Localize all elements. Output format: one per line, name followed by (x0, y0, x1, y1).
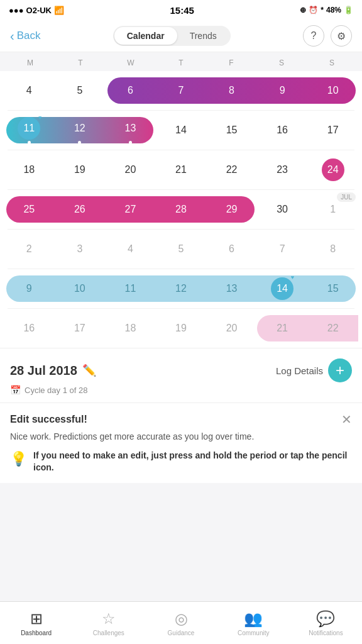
day-cell[interactable]: 18 (4, 150, 55, 189)
day-cell[interactable]: 19 (55, 150, 106, 189)
tab-notifications-label: Notifications (309, 630, 343, 636)
week-row-3: 18 19 20 21 22 23 24 (4, 150, 358, 189)
notifications-icon: 💬 (316, 610, 335, 628)
day-cell[interactable]: 4 (4, 71, 55, 110)
day-cell[interactable]: 30 (257, 190, 308, 229)
tab-bar-spacer (0, 483, 362, 526)
close-banner-button[interactable]: ✕ (341, 412, 352, 427)
day-cell[interactable]: 14 (156, 111, 207, 150)
day-cell[interactable]: 7 (257, 230, 308, 269)
day-cell[interactable]: 6 (206, 230, 257, 269)
battery-icon: 🔋 (344, 6, 353, 14)
day-headers: M T W T F S S (0, 52, 362, 71)
view-tabs: Calendar Trends (113, 26, 231, 46)
signal-icon: ●●● (9, 6, 24, 15)
edit-pencil-icon[interactable]: ✏️ (82, 364, 96, 377)
day-cell[interactable]: 16 (4, 309, 55, 348)
success-body: Nice work. Predictions get more accurate… (10, 431, 352, 443)
tab-challenges-label: Challenges (93, 630, 124, 636)
day-cell[interactable]: 22 (206, 150, 257, 189)
tip-text: If you need to make an edit, just press … (33, 450, 352, 474)
week-row-4: JUL 25 26 27 28 29 30 1 (4, 190, 358, 229)
day-cell[interactable]: 16 (257, 111, 308, 150)
day-header-s2: S (307, 58, 357, 67)
time: 15:45 (170, 5, 194, 16)
day-cell[interactable]: 17 (307, 111, 358, 150)
status-left: ●●● O2-UK 📶 (9, 6, 64, 15)
week-row-7: 16 17 18 19 20 21 22 (4, 309, 358, 348)
day-cell[interactable]: 21 (156, 150, 207, 189)
help-button[interactable]: ? (303, 25, 324, 47)
day-header-f: F (206, 58, 256, 67)
day-cell[interactable]: 4 (105, 230, 156, 269)
status-right: ⊕ ⏰ * 48% 🔋 (300, 6, 353, 14)
location-icon: ⊕ (300, 6, 306, 14)
add-log-button[interactable]: + (328, 358, 352, 382)
week-row-5: 2 3 4 5 6 7 8 (4, 230, 358, 269)
tab-guidance-label: Guidance (168, 630, 195, 636)
week-row-1: 4 5 6 7 8 9 10 (4, 71, 358, 110)
alarm-icon: ⏰ (309, 6, 318, 14)
tab-community[interactable]: 👥 Community (217, 602, 290, 644)
day-cell[interactable]: 23 (257, 150, 308, 189)
day-cell[interactable]: 2 (4, 230, 55, 269)
success-banner: Edit successful! ✕ Nice work. Prediction… (0, 402, 362, 483)
day-cell[interactable]: 15 (206, 111, 257, 150)
day-cell[interactable]: 19 (156, 309, 207, 348)
back-button[interactable]: ‹ Back (10, 29, 40, 43)
day-header-t2: T (156, 58, 206, 67)
log-details-label: Log Details (276, 365, 323, 376)
success-tip: 💡 If you need to make an edit, just pres… (10, 450, 352, 474)
tab-guidance[interactable]: ◎ Guidance (145, 602, 217, 644)
tab-trends[interactable]: Trends (177, 27, 229, 45)
tab-bar: ⊞ Dashboard ☆ Challenges ◎ Guidance 👥 Co… (0, 601, 362, 644)
back-chevron-icon: ‹ (10, 29, 14, 43)
heart-icon: ♥ (38, 114, 41, 121)
tab-calendar[interactable]: Calendar (114, 27, 177, 45)
selected-date: 28 Jul 2018 (10, 364, 77, 378)
log-details-button[interactable]: Log Details + (276, 358, 352, 382)
calendar-icon: 📅 (10, 385, 21, 395)
info-panel: 28 Jul 2018 ✏️ Log Details + 📅 Cycle day… (0, 348, 362, 402)
status-bar: ●●● O2-UK 📶 15:45 ⊕ ⏰ * 48% 🔋 (0, 0, 362, 20)
success-title: Edit successful! (10, 414, 87, 425)
back-label: Back (17, 30, 41, 42)
day-cell[interactable]: 3 (55, 230, 106, 269)
day-cell-24[interactable]: 24 (307, 150, 358, 189)
day-header-s1: S (256, 58, 307, 67)
tab-notifications[interactable]: 💬 Notifications (290, 602, 362, 644)
bulb-icon: 💡 (10, 451, 27, 467)
jul-label: JUL (337, 192, 356, 202)
tab-challenges[interactable]: ☆ Challenges (72, 602, 145, 644)
date-left: 28 Jul 2018 ✏️ (10, 364, 96, 378)
bluetooth-icon: * (321, 6, 324, 14)
cycle-day-text: Cycle day 1 of 28 (25, 386, 87, 395)
cycle-info: 📅 Cycle day 1 of 28 (10, 385, 352, 395)
day-cell[interactable]: 17 (55, 309, 106, 348)
heart-icon-14: ♥ (291, 274, 294, 280)
day-cell[interactable]: 18 (105, 309, 156, 348)
day-cell[interactable]: 5 (55, 71, 106, 110)
day-header-m: M (5, 58, 55, 67)
calendar-grid: 4 5 6 7 8 9 10 ♥ 11 12 13 14 15 16 (0, 71, 362, 348)
date-row: 28 Jul 2018 ✏️ Log Details + (10, 358, 352, 382)
nav-icons: ? ⚙ (303, 25, 352, 47)
week-row-2: ♥ 11 12 13 14 15 16 17 (4, 111, 358, 150)
settings-button[interactable]: ⚙ (331, 25, 352, 47)
tab-community-label: Community (238, 630, 270, 636)
community-icon: 👥 (244, 610, 263, 628)
guidance-icon: ◎ (175, 610, 188, 628)
day-header-w: W (106, 58, 156, 67)
day-cell[interactable]: 8 (307, 230, 358, 269)
tab-dashboard-label: Dashboard (21, 630, 52, 636)
nav-bar: ‹ Back Calendar Trends ? ⚙ (0, 20, 362, 52)
dashboard-icon: ⊞ (30, 610, 43, 628)
tab-dashboard[interactable]: ⊞ Dashboard (0, 602, 72, 644)
success-header: Edit successful! ✕ (10, 412, 352, 427)
day-cell[interactable]: 20 (105, 150, 156, 189)
day-cell[interactable]: 20 (206, 309, 257, 348)
week-row-6: 9 10 11 12 13 ♥ 14 15 (4, 269, 358, 308)
day-cell[interactable]: 5 (156, 230, 207, 269)
wifi-icon: 📶 (54, 6, 64, 15)
calendar-section: M T W T F S S 4 5 6 7 8 9 10 ♥ (0, 52, 362, 348)
